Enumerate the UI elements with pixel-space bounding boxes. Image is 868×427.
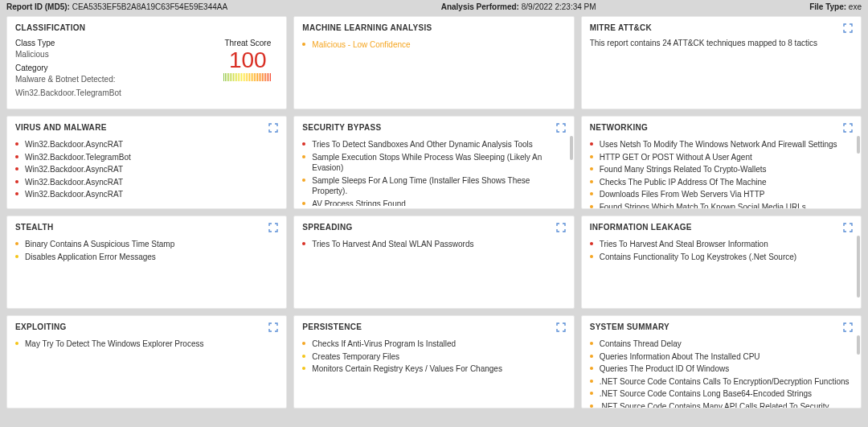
list-item: .NET Source Code Contains Many API Calls… <box>590 400 853 409</box>
leakage-list: Tries To Harvest And Steal Browser Infor… <box>590 238 853 263</box>
threat-score-label: Threat Score <box>223 39 272 47</box>
list-item: Win32.Backdoor.AsyncRAT <box>15 188 278 201</box>
expand-icon[interactable] <box>843 23 853 33</box>
summary-title: SYSTEM SUMMARY <box>590 322 853 331</box>
networking-card: NETWORKING Uses Netsh To Modify The Wind… <box>581 116 862 209</box>
list-item: Queries Information About The Installed … <box>590 351 853 363</box>
list-item: Sample Execution Stops While Process Was… <box>302 151 565 174</box>
list-item: Win32.Backdoor.TelegramBot <box>15 151 278 164</box>
bypass-title: SECURITY BYPASS <box>302 123 565 132</box>
scrollbar[interactable] <box>570 136 573 205</box>
leakage-title: INFORMATION LEAKAGE <box>590 223 853 232</box>
list-item: Uses Netsh To Modify The Windows Network… <box>590 138 853 151</box>
list-item: Queries The Product ID Of Windows <box>590 363 853 376</box>
ml-list: Malicious - Low Confidence <box>302 39 565 51</box>
persistence-list: Checks If Anti-Virus Program Is Installe… <box>302 338 565 376</box>
list-item: Win32.Backdoor.AsyncRAT <box>15 176 278 189</box>
scrollbar[interactable] <box>857 236 860 305</box>
list-item: Malicious - Low Confidence <box>302 39 565 51</box>
list-item: Win32.Backdoor.AsyncRAT <box>15 138 278 151</box>
list-item: Win32.Backdoor.AsyncRAT <box>15 163 278 176</box>
list-item: Checks The Public IP Address Of The Mach… <box>590 176 853 189</box>
persistence-title: PERSISTENCE <box>302 322 565 331</box>
exploiting-list: May Try To Detect The Windows Explorer P… <box>15 338 278 351</box>
spreading-card: SPREADING Tries To Harvest And Steal WLA… <box>293 216 574 309</box>
list-item: Monitors Certain Registry Keys / Values … <box>302 363 565 376</box>
spreading-title: SPREADING <box>302 223 565 232</box>
expand-icon[interactable] <box>556 123 566 133</box>
list-item: Contains Thread Delay <box>590 338 853 351</box>
file-type-value: exe <box>849 2 862 11</box>
summary-list: Contains Thread Delay Queries Informatio… <box>590 338 853 409</box>
expand-icon[interactable] <box>268 322 278 332</box>
list-item: HTTP GET Or POST Without A User Agent <box>590 151 853 164</box>
analysis-value: 8/9/2022 2:23:34 PM <box>522 2 596 11</box>
report-id-value: CEA5353EF5B2A8A19C63F54E59E344AA <box>72 2 227 11</box>
header-bar: Report ID (MD5): CEA5353EF5B2A8A19C63F54… <box>0 0 868 16</box>
expand-icon[interactable] <box>556 223 566 232</box>
list-item: Found Many Strings Related To Crypto-Wal… <box>590 163 853 176</box>
threat-score-bar <box>223 73 272 81</box>
class-type-value: Malicious <box>15 50 223 59</box>
mitre-text: This report contains 24 ATT&CK technique… <box>590 39 853 47</box>
list-item: Tries To Harvest And Steal Browser Infor… <box>590 238 853 251</box>
scrollbar[interactable] <box>857 136 860 205</box>
information-leakage-card: INFORMATION LEAKAGE Tries To Harvest And… <box>581 216 862 309</box>
list-item: AV Process Strings Found <box>302 198 565 207</box>
expand-icon[interactable] <box>843 123 853 133</box>
classification-card: CLASSIFICATION Class Type Malicious Cate… <box>6 16 287 109</box>
expand-icon[interactable] <box>843 322 853 332</box>
list-item: .NET Source Code Contains Long Base64-En… <box>590 388 853 400</box>
spreading-list: Tries To Harvest And Steal WLAN Password… <box>302 238 565 251</box>
security-bypass-card: SECURITY BYPASS Tries To Detect Sandboxe… <box>293 116 574 209</box>
stealth-title: STEALTH <box>15 223 278 232</box>
scrollbar[interactable] <box>857 335 860 404</box>
category-value-1: Malware & Botnet Detected: <box>15 75 223 84</box>
ml-analysis-card: MACHINE LEARNING ANALYSIS Malicious - Lo… <box>293 16 574 109</box>
category-label: Category <box>15 64 223 72</box>
list-item: Checks If Anti-Virus Program Is Installe… <box>302 338 565 351</box>
report-id-label: Report ID (MD5): <box>6 2 70 11</box>
exploiting-title: EXPLOITING <box>15 322 278 331</box>
persistence-card: PERSISTENCE Checks If Anti-Virus Program… <box>293 315 574 409</box>
expand-icon[interactable] <box>268 123 278 133</box>
file-type-label: File Type: <box>809 2 846 11</box>
virus-list: Win32.Backdoor.AsyncRAT Win32.Backdoor.T… <box>15 138 278 201</box>
list-item: Contains Functionality To Log Keystrokes… <box>590 251 853 264</box>
category-value-2: Win32.Backdoor.TelegramBot <box>15 88 223 97</box>
list-item: Binary Contains A Suspicious Time Stamp <box>15 238 278 251</box>
list-item: Tries To Harvest And Steal WLAN Password… <box>302 238 565 251</box>
list-item: Disables Application Error Messages <box>15 251 278 264</box>
list-item: Creates Temporary Files <box>302 351 565 363</box>
analysis-label: Analysis Performed: <box>441 2 519 11</box>
class-type-label: Class Type <box>15 39 223 47</box>
classification-title: CLASSIFICATION <box>15 23 278 32</box>
system-summary-card: SYSTEM SUMMARY Contains Thread Delay Que… <box>581 315 862 409</box>
analysis-performed: Analysis Performed: 8/9/2022 2:23:34 PM <box>441 2 596 11</box>
file-type: File Type: exe <box>809 2 862 11</box>
list-item: Sample Sleeps For A Long Time (Installer… <box>302 174 565 198</box>
list-item: Found Strings Which Match To Known Socia… <box>590 201 853 210</box>
list-item: Downloads Files From Web Servers Via HTT… <box>590 188 853 201</box>
ml-analysis-title: MACHINE LEARNING ANALYSIS <box>302 23 565 32</box>
stealth-list: Binary Contains A Suspicious Time Stamp … <box>15 238 278 263</box>
list-item: May Try To Detect The Windows Explorer P… <box>15 338 278 351</box>
list-item: Tries To Detect Sandboxes And Other Dyna… <box>302 138 565 151</box>
list-item: .NET Source Code Contains Calls To Encry… <box>590 376 853 388</box>
networking-title: NETWORKING <box>590 123 853 132</box>
report-id: Report ID (MD5): CEA5353EF5B2A8A19C63F54… <box>6 2 227 11</box>
expand-icon[interactable] <box>556 322 566 332</box>
mitre-title: MITRE ATT&CK <box>590 23 853 32</box>
dashboard-grid: CLASSIFICATION Class Type Malicious Cate… <box>0 16 868 415</box>
expand-icon[interactable] <box>843 223 853 232</box>
stealth-card: STEALTH Binary Contains A Suspicious Tim… <box>6 216 287 309</box>
virus-title: VIRUS AND MALWARE <box>15 123 278 132</box>
bypass-list: Tries To Detect Sandboxes And Other Dyna… <box>302 138 565 206</box>
threat-score-value: 100 <box>223 49 272 72</box>
networking-list: Uses Netsh To Modify The Windows Network… <box>590 138 853 209</box>
expand-icon[interactable] <box>268 223 278 232</box>
virus-malware-card: VIRUS AND MALWARE Win32.Backdoor.AsyncRA… <box>6 116 287 209</box>
mitre-attack-card: MITRE ATT&CK This report contains 24 ATT… <box>581 16 862 109</box>
exploiting-card: EXPLOITING May Try To Detect The Windows… <box>6 315 287 409</box>
